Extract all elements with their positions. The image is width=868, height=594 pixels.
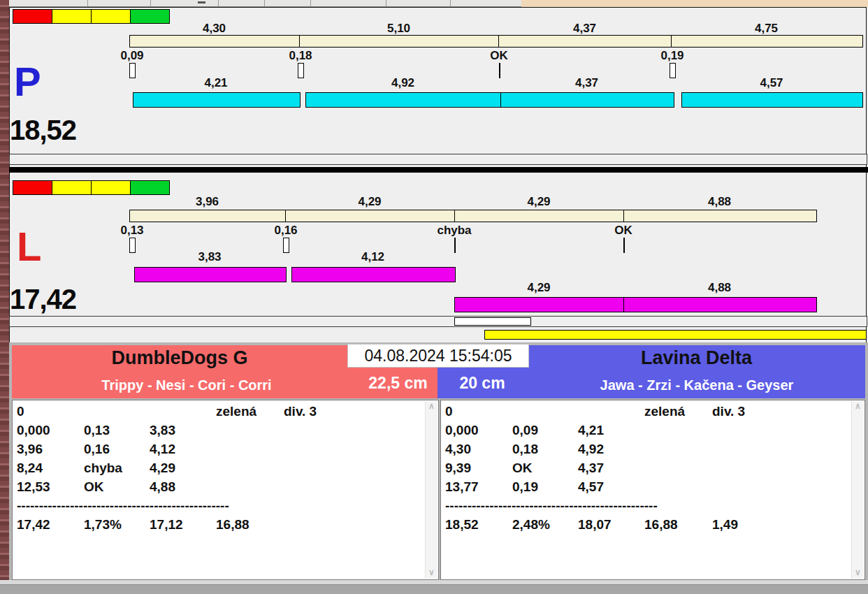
interval-label: 5,10 (299, 22, 498, 36)
result-row: 0,0000,133,83 (17, 423, 421, 442)
lane-letter-L: L (17, 226, 41, 267)
result-cell: 1,49 (712, 517, 738, 533)
result-cell: 0,19 (512, 479, 538, 495)
datetime-display: 04.08.2024 15:54:05 (347, 344, 529, 368)
mark-label: 0,09 (101, 49, 164, 63)
interval-label: 4,37 (498, 22, 671, 36)
result-cell: div. 3 (284, 404, 317, 419)
team-name-right: Lavina Delta (528, 347, 865, 369)
start-light-cell (52, 10, 91, 23)
run-bar (133, 92, 301, 108)
flyball-timer-screen: 4,305,104,374,750,090,18OK0,19P18,524,21… (0, 0, 868, 594)
result-cell: 4,57 (578, 479, 604, 495)
start-light-cell (92, 181, 130, 194)
mark-label: OK (468, 49, 530, 63)
result-row: 3,960,164,12 (17, 442, 421, 461)
result-cell: 18,52 (445, 517, 479, 533)
result-cell: 13,77 (445, 479, 479, 495)
result-cell: 4,29 (150, 461, 175, 476)
result-cell: 0,16 (84, 442, 110, 457)
team-dogs-right: Jawa - Zrzi - Kačena - Geyser (528, 377, 865, 393)
scroll-down-icon[interactable]: ∨ (426, 567, 437, 579)
mark-line (454, 238, 456, 253)
interval-divider (454, 210, 455, 222)
result-cell: 0,000 (17, 423, 50, 438)
run-bar (681, 92, 863, 108)
bottom-status-strip (0, 584, 868, 594)
scrollbar-left[interactable]: ∧ ∨ (425, 401, 437, 579)
start-light-cell (13, 10, 52, 23)
result-cell: 12,53 (17, 479, 50, 495)
result-cell: 17,42 (17, 517, 50, 533)
interval-divider (623, 210, 624, 222)
run-label: 4,21 (133, 76, 299, 90)
interval-bar-P (129, 35, 863, 48)
team-name-left: DumbleDogs G (12, 347, 347, 369)
result-cell: 4,21 (578, 423, 604, 438)
result-cell: 2,48% (512, 517, 550, 533)
result-cell: zelená (216, 404, 256, 419)
team-dogs-left: Trippy - Nesi - Cori - Corri (12, 377, 361, 393)
scroll-down-icon[interactable]: ∨ (852, 567, 864, 579)
result-row: 17,421,73%17,1216,88 (17, 517, 421, 536)
results-rows-right: 0zelenádiv. 30,0000,094,214,300,184,929,… (445, 404, 848, 578)
interval-label: 3,96 (129, 195, 285, 209)
run-label: 3,83 (134, 250, 285, 264)
result-row: 8,24chyba4,29 (17, 461, 421, 479)
result-cell: 0,18 (512, 442, 538, 457)
timing-panel: 4,305,104,374,750,090,18OK0,19P18,524,21… (0, 0, 868, 342)
scroll-up-icon[interactable]: ∧ (426, 401, 437, 412)
result-row: 4,300,184,92 (445, 442, 848, 461)
scroll-up-icon[interactable]: ∧ (852, 401, 864, 412)
lane-letter-P: P (14, 61, 41, 102)
results-rows-left: 0zelenádiv. 30,0000,133,833,960,164,128,… (17, 404, 421, 578)
mark-label: chyba (423, 224, 486, 238)
result-cell: 0,09 (512, 423, 538, 438)
start-light-L (13, 180, 170, 195)
result-cell: 0,13 (84, 423, 110, 438)
run-bar (291, 267, 456, 282)
result-row: ----------------------------------------… (17, 498, 421, 517)
run-bar (134, 267, 287, 282)
run-label: 4,57 (681, 76, 862, 90)
start-light-cell (131, 181, 169, 194)
mark-line (623, 238, 625, 253)
run-label: 4,92 (305, 76, 500, 90)
lane-total-P: 18,52 (10, 116, 76, 144)
result-cell: 8,24 (17, 461, 43, 476)
run-label: 4,37 (500, 76, 673, 90)
run-bar (305, 92, 502, 108)
start-light-cell (13, 181, 52, 194)
start-light-cell (52, 181, 91, 194)
mark-label: 0,18 (269, 49, 332, 63)
mark-label: 0,16 (254, 224, 317, 238)
mark-label: 0,19 (641, 49, 704, 63)
scrollbar-right[interactable]: ∧ ∨ (851, 401, 864, 579)
result-cell: div. 3 (712, 404, 745, 419)
result-cell: 16,88 (644, 517, 678, 533)
start-light-cell (92, 10, 130, 23)
result-cell: 17,12 (150, 517, 183, 533)
result-cell: 4,92 (578, 442, 604, 457)
run-label: 4,29 (454, 281, 623, 295)
result-cell: 4,30 (445, 442, 471, 457)
interval-label: 4,30 (129, 22, 299, 36)
result-row: 0,0000,094,21 (445, 423, 848, 442)
result-cell: 0 (445, 404, 453, 419)
result-cell: chyba (84, 461, 122, 476)
result-cell: OK (84, 479, 104, 495)
result-cell: 4,88 (150, 479, 175, 495)
result-cell: 3,83 (150, 423, 175, 438)
interval-label: 4,75 (671, 22, 862, 36)
results-list-right[interactable]: 0zelenádiv. 30,0000,094,214,300,184,929,… (440, 400, 865, 580)
mark-label: 0,13 (101, 224, 164, 238)
interval-divider (498, 35, 499, 48)
results-list-left[interactable]: 0zelenádiv. 30,0000,133,833,960,164,128,… (12, 400, 439, 580)
interval-label: 4,29 (285, 195, 454, 209)
run-label: 4,88 (623, 281, 816, 295)
result-cell: 18,07 (578, 517, 612, 533)
result-cell: 9,39 (445, 461, 471, 476)
result-cell: OK (512, 461, 533, 476)
interval-divider (671, 35, 672, 48)
result-cell: ----------------------------------------… (445, 498, 658, 514)
